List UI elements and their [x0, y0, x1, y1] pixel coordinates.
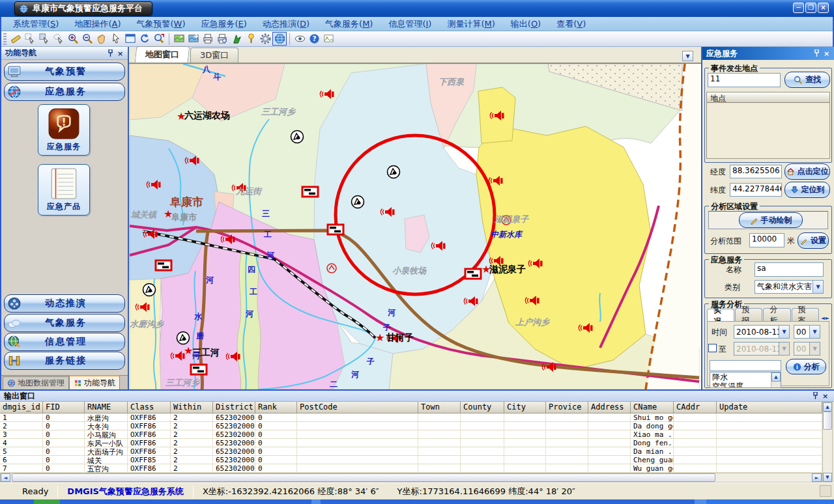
column-header-Within[interactable]: Within [171, 402, 213, 413]
menu-item-D[interactable]: 动态推演(D) [255, 17, 317, 31]
date-combo[interactable]: 2010-08-13▼ [734, 325, 790, 339]
to-checkbox[interactable] [708, 344, 717, 352]
element-list-scrollbar[interactable]: ▲ [771, 372, 781, 387]
table-row[interactable]: 50大面场子沟OXFF8626523020000Da mian ... [0, 447, 822, 456]
locate-click-button[interactable]: 点击定位 [784, 163, 830, 180]
output-table[interactable]: dmgis_idFIDRNAMEClassWithinDistrictRankP… [0, 402, 822, 473]
column-header-Town[interactable]: Town [418, 402, 461, 413]
settings-gear-icon[interactable] [258, 32, 272, 46]
column-header-County[interactable]: County [461, 402, 504, 413]
tab-3D窗口[interactable]: 3D窗口 [190, 48, 238, 63]
output-vscrollbar[interactable]: ▲ ▼ [822, 402, 833, 483]
analyze-button[interactable]: i 分析 [786, 359, 826, 374]
hour-combo[interactable]: 00▼ [794, 325, 820, 339]
location-search-input[interactable]: 11 [708, 73, 781, 87]
menu-item-A[interactable]: 地图操作(A) [66, 17, 128, 31]
latitude-input[interactable]: 44.22778446 [730, 183, 782, 197]
table-row[interactable]: 60城关OXFF8526523020000Cheng guan [0, 456, 822, 464]
table-row[interactable]: 70五官沟OXFF8626523020000Wu guan gou [0, 464, 822, 473]
output-hscrollbar[interactable]: ◄ ► [0, 473, 822, 483]
column-header-Address[interactable]: Address [588, 402, 631, 413]
zoom-out-icon[interactable] [80, 32, 94, 46]
sidebar-item-气象服务[interactable]: 气象服务 [4, 314, 125, 332]
menu-item-I[interactable]: 信息管理(I) [381, 17, 439, 31]
zoom-in-icon[interactable] [66, 32, 80, 46]
scroll-up-icon[interactable]: ▲ [771, 372, 781, 382]
find-button[interactable]: 查找 [784, 72, 830, 88]
print-preview-icon[interactable] [215, 32, 229, 46]
output-close-icon[interactable]: × [820, 391, 830, 400]
restore-button[interactable]: ❐ [805, 3, 816, 13]
tab-scroll-right-icon[interactable]: ► [826, 315, 829, 321]
column-header-Update[interactable]: Update [717, 402, 822, 413]
nav-pin-icon[interactable] [106, 49, 115, 58]
sidebar-item-动态推演[interactable]: 动态推演 [4, 294, 125, 313]
menu-item-O[interactable]: 输出(O) [503, 17, 549, 31]
toolbar-grip[interactable] [3, 33, 7, 45]
globe-icon[interactable] [272, 32, 287, 46]
locate-pin-icon[interactable] [244, 32, 258, 46]
date2-combo[interactable]: 2010-08-13▼ [734, 342, 790, 356]
help-icon[interactable]: ? [307, 32, 321, 46]
tab-地图窗口[interactable]: 地图窗口 [135, 46, 190, 63]
menu-item-M[interactable]: 气象服务(M) [317, 17, 381, 31]
table-row[interactable]: 30小马厩沟OXFF8626523020000Xiao ma ... [0, 430, 822, 439]
nav-close-icon[interactable]: × [115, 49, 125, 58]
scroll-left-icon[interactable]: ◄ [1, 473, 10, 482]
sidebar-item-信息管理[interactable]: 信息管理 [4, 333, 125, 351]
manual-draw-button[interactable]: 手动绘制 [739, 212, 803, 228]
scroll-down-icon[interactable]: ▼ [823, 473, 832, 482]
flash-arrow-icon[interactable] [229, 32, 244, 46]
place-list-header[interactable]: 地点 [706, 92, 830, 103]
minimize-button[interactable]: ─ [793, 3, 804, 13]
vscroll-thumb[interactable] [823, 412, 832, 430]
column-header-CName[interactable]: CName [631, 402, 674, 413]
element-preview-box[interactable] [710, 360, 781, 371]
image-export-icon[interactable] [321, 32, 336, 46]
scroll-up-icon[interactable]: ▲ [823, 402, 832, 412]
tab-scroll-left-icon[interactable]: ◄ [821, 315, 825, 321]
list-item[interactable]: 空气温度 [710, 382, 771, 388]
table-row[interactable]: 40东风一小队OXFF8626523020000Dong fen... [0, 439, 822, 447]
tab-功能导航[interactable]: 功能导航 [69, 375, 120, 389]
tab-地图数据管理[interactable]: 地图数据管理 [3, 376, 69, 389]
analysis-tab-分析[interactable]: 分析 [763, 308, 790, 321]
column-header-Rank[interactable]: Rank [255, 402, 297, 413]
measure-icon[interactable] [8, 32, 23, 46]
select-lasso-icon[interactable] [51, 32, 66, 46]
sidebar-item-气象预警[interactable]: 气象预警 [4, 63, 125, 81]
emergency-pin-icon[interactable] [812, 49, 822, 58]
goto-location-button[interactable]: 定位到 [784, 182, 830, 198]
element-list[interactable]: 降水空气温度 ▲ [710, 372, 781, 388]
list-item[interactable]: 降水 [710, 372, 771, 382]
select-cursor-icon[interactable] [37, 32, 51, 46]
analysis-tab-预案[interactable]: 预案 [792, 308, 819, 321]
close-button[interactable]: × [818, 3, 829, 13]
analysis-tab-实况[interactable]: 实况 [707, 309, 734, 322]
map-image-icon[interactable] [172, 32, 186, 46]
hscroll-thumb[interactable] [12, 473, 715, 482]
map-canvas[interactable]: ★★★★★三工河乡下西泉九运街滋泥泉子小泉牧场上户沟乡城关镇水磨沟乡三工河乡六运… [129, 63, 701, 389]
column-header-RNAME[interactable]: RNAME [85, 402, 128, 413]
select-box-icon[interactable] [23, 32, 37, 46]
column-header-PostCode[interactable]: PostCode [297, 402, 418, 413]
应急产品-card-button[interactable]: 应急产品 [38, 164, 90, 216]
column-header-dmgis_id[interactable]: dmgis_id [0, 402, 43, 413]
menu-item-V[interactable]: 查看(V) [549, 17, 594, 31]
menu-item-M[interactable]: 测量计算(M) [439, 17, 502, 31]
column-header-City[interactable]: City [504, 402, 546, 413]
应急服务-card-button[interactable]: !应急服务 [38, 104, 90, 156]
column-header-FID[interactable]: FID [43, 402, 85, 413]
analysis-tab-预报[interactable]: 预报 [735, 308, 762, 321]
service-type-combo[interactable]: 气象和洪水灾害▼ [755, 280, 824, 294]
longitude-input[interactable]: 88.3625506 [730, 165, 782, 178]
tab-list-dropdown-icon[interactable]: ▼ [682, 51, 693, 61]
table-row[interactable]: 20大冬沟OXFF8626523020000Da dong gou [0, 422, 822, 430]
menu-item-W[interactable]: 气象预警(W) [128, 17, 193, 31]
pan-hand-icon[interactable] [94, 32, 109, 46]
set-range-button[interactable]: 设置 [798, 232, 829, 249]
pointer-icon[interactable] [109, 32, 123, 46]
sidebar-item-应急服务[interactable]: 应急服务 [4, 83, 125, 101]
hour2-combo[interactable]: 00▼ [794, 342, 820, 356]
menu-item-E[interactable]: 应急服务(E) [194, 17, 255, 31]
